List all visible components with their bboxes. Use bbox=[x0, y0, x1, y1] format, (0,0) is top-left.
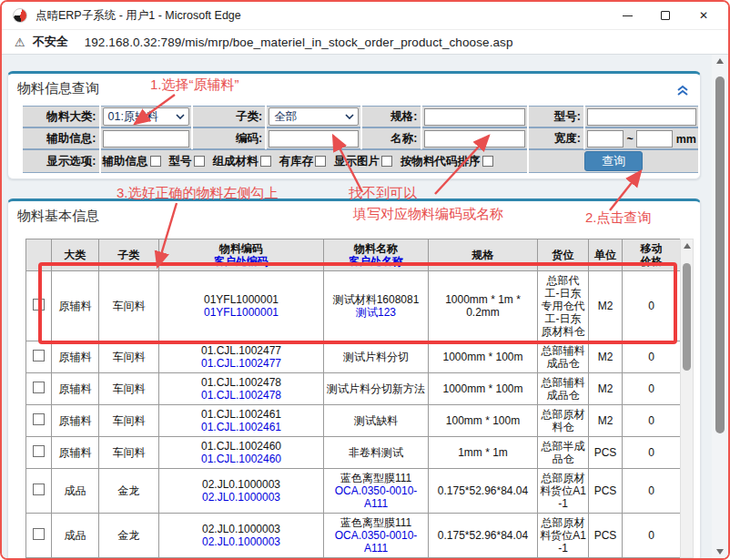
cell-price: 0 bbox=[623, 373, 681, 405]
cell-material-name: 蓝色离型膜111OCA.0350-0010-A111 bbox=[324, 514, 429, 558]
cell-location: 总部辅料成品仓 bbox=[538, 373, 589, 405]
cell-unit: M2 bbox=[589, 373, 623, 405]
subcategory-label: 子类: bbox=[193, 106, 265, 127]
cell-subcategory: 车间料 bbox=[99, 437, 159, 469]
cell-subcategory: 车间料 bbox=[99, 405, 159, 437]
table-row: 原辅料车间料01.CJL.100246001.CJL.1002460非卷料测试1… bbox=[26, 437, 681, 469]
cell-subcategory bbox=[99, 558, 159, 559]
row-checkbox[interactable] bbox=[33, 413, 45, 425]
column-header: 子类 bbox=[99, 239, 159, 271]
row-checkbox[interactable] bbox=[33, 528, 45, 540]
display-option-checkbox[interactable] bbox=[482, 156, 493, 167]
cell-unit: PCS bbox=[589, 469, 623, 514]
column-header: 规格 bbox=[429, 239, 538, 271]
window-controls: ✕ bbox=[608, 2, 723, 29]
cell-category: 成品 bbox=[52, 514, 99, 558]
chevron-down-icon bbox=[176, 114, 185, 119]
cell-location: 总部原材料仓 bbox=[538, 405, 589, 437]
cell-category: 成品 bbox=[52, 469, 99, 514]
width-max-input[interactable] bbox=[636, 130, 673, 148]
cell-unit: M2 bbox=[589, 405, 623, 437]
query-form: 物料大类: 01:原辅料 子类: 全部 规格: 型号: 辅助信息: 编码: 名称… bbox=[21, 106, 700, 173]
cell-material-name: 蓝色离型膜111OCA.0350-0010-A111 bbox=[324, 469, 429, 514]
cell-material-name: 测试材料1608081测试123 bbox=[324, 271, 429, 341]
table-scrollbar-thumb[interactable] bbox=[683, 263, 691, 371]
cell-unit: M2 bbox=[589, 341, 623, 373]
cell-material-code: 02.JL0.100000302.JL0.1000003 bbox=[159, 469, 324, 514]
cell-price: 0 bbox=[623, 341, 681, 373]
url-text: 192.168.0.32:789/mis/mrp/boe_materiel_in… bbox=[85, 36, 513, 49]
display-option-label: 按物料代码排序 bbox=[400, 155, 481, 168]
table-row: 成品金龙02.JL0.100000302.JL0.1000003蓝色离型膜111… bbox=[26, 469, 681, 514]
row-checkbox[interactable] bbox=[33, 350, 45, 361]
name-input[interactable] bbox=[424, 130, 526, 148]
display-option-checkbox[interactable] bbox=[381, 156, 392, 167]
cell-spec: 0.175*52.96*84.04 bbox=[429, 514, 538, 558]
cell-unit: M2 bbox=[589, 271, 623, 341]
display-option-label: 辅助信息 bbox=[103, 155, 148, 168]
browser-scrollbar[interactable] bbox=[712, 55, 728, 558]
not-secure-warning-icon: ⚠ bbox=[15, 36, 25, 49]
display-option-checkbox[interactable] bbox=[315, 156, 326, 167]
cell-subcategory: 金龙 bbox=[99, 514, 159, 558]
row-checkbox[interactable] bbox=[33, 299, 45, 311]
cell-category: 原辅料 bbox=[52, 437, 99, 469]
close-button[interactable]: ✕ bbox=[684, 3, 723, 28]
width-min-input[interactable] bbox=[587, 130, 624, 148]
address-bar[interactable]: ⚠ 不安全 192.168.0.32:789/mis/mrp/boe_mater… bbox=[2, 29, 728, 55]
table-scrollbar[interactable] bbox=[680, 239, 694, 558]
cell-location: 总部辅料成品仓 bbox=[538, 341, 589, 373]
browser-window: 点晴ERP子系统 - 用户1 - Microsoft Edge ✕ ⚠ 不安全 … bbox=[0, 0, 730, 560]
spec-label: 规格: bbox=[362, 106, 420, 127]
maximize-button[interactable] bbox=[646, 3, 684, 28]
cell-price: 0 bbox=[623, 437, 681, 469]
cell-spec: 1000mm * 100m bbox=[429, 341, 538, 373]
table-panel-title: 物料基本信息 bbox=[8, 201, 700, 225]
cell-category: 原辅料 bbox=[52, 373, 99, 405]
row-checkbox[interactable] bbox=[33, 484, 45, 495]
site-favicon bbox=[13, 8, 27, 23]
cell-unit: PCS bbox=[589, 514, 623, 558]
cell-material-code: 01.CJL.100246001.CJL.1002460 bbox=[159, 437, 324, 469]
aux-info-input[interactable] bbox=[103, 130, 190, 148]
display-option-checkbox[interactable] bbox=[194, 156, 205, 167]
scroll-down-icon[interactable] bbox=[716, 549, 724, 555]
collapse-panel-icon[interactable] bbox=[676, 84, 689, 100]
search-button[interactable]: 查询 bbox=[584, 151, 643, 171]
table-row: 01.FRM.1000002 100MM*40MHCPET75-HT490总部原… bbox=[26, 558, 681, 559]
subcategory-select[interactable]: 全部 bbox=[269, 107, 359, 126]
spec-input[interactable] bbox=[424, 108, 526, 126]
close-icon: ✕ bbox=[699, 10, 708, 21]
column-header: 货位 bbox=[538, 239, 589, 271]
category-select[interactable]: 01:原辅料 bbox=[103, 107, 190, 126]
minimize-button[interactable] bbox=[608, 3, 646, 28]
row-checkbox[interactable] bbox=[33, 445, 45, 457]
code-input[interactable] bbox=[269, 130, 359, 148]
materials-table-wrap: 大类子类物料编码客户处编码物料名称客户处名称规格货位单位移动价格 原辅料车间料0… bbox=[25, 239, 680, 558]
display-option-label: 组成材料 bbox=[213, 155, 259, 168]
model-input[interactable] bbox=[587, 108, 696, 126]
cell-material-code: 01.CJL.100246101.CJL.1002461 bbox=[159, 405, 324, 437]
maximize-icon bbox=[661, 11, 670, 20]
column-header: 移动价格 bbox=[623, 239, 681, 271]
row-checkbox[interactable] bbox=[33, 382, 45, 393]
scroll-up-icon[interactable] bbox=[684, 243, 691, 249]
display-option-checkbox[interactable] bbox=[260, 156, 271, 167]
query-panel-title: 物料信息查询 bbox=[8, 74, 700, 97]
display-option-checkbox[interactable] bbox=[150, 156, 161, 167]
cell-unit bbox=[589, 558, 623, 559]
security-label: 不安全 bbox=[33, 34, 68, 50]
cell-spec: 0.175*52.96*84.04 bbox=[429, 469, 538, 514]
cell-material-name: HCPET75-HT490 bbox=[324, 558, 429, 559]
cell-material-code: 02.JL0.100000302.JL0.1000003 bbox=[159, 514, 324, 558]
materials-table: 大类子类物料编码客户处编码物料名称客户处名称规格货位单位移动价格 原辅料车间料0… bbox=[25, 239, 681, 558]
scroll-up-icon[interactable] bbox=[716, 58, 724, 64]
cell-material-code: 01YFL100000101YFL1000001 bbox=[159, 271, 324, 341]
cell-material-code: 01.FRM.1000002 100MM*40M bbox=[159, 558, 324, 559]
query-panel: 物料信息查询 物料大类: 01:原辅料 子类: 全部 规格: 型号: 辅助信息: bbox=[7, 71, 701, 179]
minimize-icon bbox=[623, 15, 633, 16]
browser-scrollbar-thumb[interactable] bbox=[715, 76, 725, 433]
chevron-down-icon bbox=[345, 114, 354, 119]
cell-spec bbox=[429, 558, 538, 559]
cell-spec: 1000mm * 100m bbox=[429, 373, 538, 405]
